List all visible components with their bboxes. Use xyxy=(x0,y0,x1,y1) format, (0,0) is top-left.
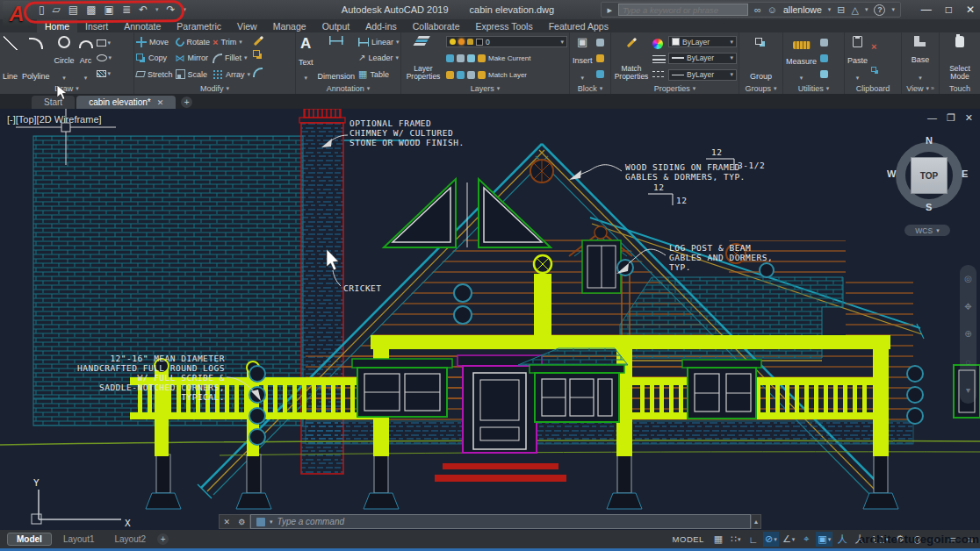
offset-button[interactable] xyxy=(253,68,264,77)
panel-label-touch[interactable]: Touch xyxy=(940,82,980,94)
save-icon[interactable]: ▤ xyxy=(68,4,78,16)
linear-button[interactable]: Linear▾ xyxy=(358,37,400,48)
model-tab[interactable]: Model xyxy=(7,533,52,546)
help-dropdown-icon[interactable]: ▾ xyxy=(891,6,895,13)
tab-addins[interactable]: Add-ins xyxy=(357,19,405,32)
new-layout-button[interactable]: + xyxy=(157,533,169,545)
make-current-button[interactable]: Make Current xyxy=(446,53,567,64)
tab-insert[interactable]: Insert xyxy=(77,19,116,32)
linetype-dropdown[interactable]: ByLayer▾ xyxy=(668,69,737,81)
new-drawing-tab-button[interactable]: + xyxy=(181,97,192,108)
copy-button[interactable]: Copy xyxy=(136,53,173,64)
tab-home[interactable]: Home xyxy=(37,19,77,32)
drawing-minimize-icon[interactable]: — xyxy=(927,112,937,124)
redo-dropdown-icon[interactable]: ▾ xyxy=(184,6,187,13)
rectangle-button[interactable]: ▾ xyxy=(97,39,112,47)
drawing-close-icon[interactable]: ✕ xyxy=(965,112,973,124)
signed-in-user[interactable]: allenlowe xyxy=(783,4,822,15)
new-file-icon[interactable]: ▯ xyxy=(39,4,45,16)
tab-output[interactable]: Output xyxy=(314,19,358,32)
line-button[interactable]: Line xyxy=(2,34,18,82)
undo-dropdown-icon[interactable]: ▾ xyxy=(155,6,159,13)
trim-button[interactable]: ×Trim▾ xyxy=(213,37,250,48)
zoom-icon[interactable]: ⊕ xyxy=(964,329,971,339)
edit-block-button[interactable] xyxy=(596,54,604,62)
search-arrow-icon[interactable]: ▸ xyxy=(607,4,612,16)
paste-button[interactable]: Paste▾ xyxy=(847,34,868,82)
print-icon[interactable]: ≣ xyxy=(122,4,131,16)
insert-block-button[interactable]: ▣Insert▾ xyxy=(572,34,594,82)
annotation-visibility-icon[interactable]: 人 xyxy=(834,532,850,547)
create-block-button[interactable] xyxy=(596,39,604,47)
lineweight-icon[interactable] xyxy=(652,55,666,63)
command-input[interactable]: ▾ Type a command xyxy=(250,514,751,529)
text-button[interactable]: AText▾ xyxy=(298,34,314,82)
undo-button[interactable]: ↶ xyxy=(139,4,148,16)
app-store-cart-icon[interactable]: ⊟ xyxy=(837,4,845,16)
graphics-performance-icon[interactable]: ▭ xyxy=(945,532,961,547)
layout1-tab[interactable]: Layout1 xyxy=(54,533,104,545)
command-dropdown-icon[interactable]: ▾ xyxy=(270,519,273,526)
move-button[interactable]: Move xyxy=(136,37,173,48)
ellipse-button[interactable]: ▾ xyxy=(97,54,112,61)
isolate-objects-icon[interactable]: ◌ xyxy=(927,532,943,547)
autoscale-icon[interactable]: 人 xyxy=(852,532,868,547)
tab-parametric[interactable]: Parametric xyxy=(169,19,229,32)
application-menu-button[interactable]: A xyxy=(3,1,31,27)
lineweight-dropdown[interactable]: ByLayer▾ xyxy=(668,53,737,64)
help-icon[interactable]: ? xyxy=(874,4,885,16)
wcs-dropdown[interactable]: WCS▾ xyxy=(904,225,950,236)
tab-view[interactable]: View xyxy=(229,19,265,32)
tab-annotate[interactable]: Annotate xyxy=(116,19,169,32)
nav-more-icon[interactable]: ▾ xyxy=(966,385,970,395)
id-point-button[interactable] xyxy=(820,70,828,78)
circle-button[interactable]: Circle▾ xyxy=(54,34,76,82)
copy-clip-button[interactable] xyxy=(871,67,879,75)
compass-south[interactable]: S xyxy=(926,202,932,212)
panel-label-groups[interactable]: Groups▾ xyxy=(739,82,782,94)
quick-select-button[interactable] xyxy=(820,39,828,47)
match-layer-button[interactable]: Match Layer xyxy=(446,69,567,81)
measure-button[interactable]: Measure▾ xyxy=(785,34,818,82)
panel-label-modify[interactable]: Modify▾ xyxy=(134,82,295,94)
layout2-tab[interactable]: Layout2 xyxy=(105,533,155,545)
model-space-canvas[interactable]: OPTIONAL FRAMED CHIMNEY W/ CULTURED STON… xyxy=(0,109,980,530)
panel-label-annotation[interactable]: Annotation▾ xyxy=(296,82,400,94)
orbit-icon[interactable]: ◌ xyxy=(966,357,971,367)
layer-properties-button[interactable]: Layer Properties xyxy=(403,34,443,82)
panel-label-utilities[interactable]: Utilities▾ xyxy=(783,82,844,94)
annotation-scale-value[interactable]: 1:1▾ xyxy=(869,532,890,547)
save-as-icon[interactable]: ▩ xyxy=(86,4,96,16)
panel-label-block[interactable]: Block▾ xyxy=(570,82,610,94)
array-button[interactable]: Array▾ xyxy=(213,68,250,80)
rotate-button[interactable]: Rotate xyxy=(176,37,211,48)
tab-manage[interactable]: Manage xyxy=(265,19,314,32)
dimension-button[interactable]: Dimension xyxy=(317,34,357,82)
search-input[interactable] xyxy=(618,4,748,16)
tab-express-tools[interactable]: Express Tools xyxy=(467,19,540,32)
viewcube[interactable]: N S W E TOP xyxy=(890,137,968,214)
drawing-restore-icon[interactable]: ❐ xyxy=(947,112,955,124)
ortho-toggle-icon[interactable]: ∟ xyxy=(746,532,761,547)
hatch-button[interactable]: ▾ xyxy=(97,70,112,77)
panel-label-clipboard[interactable]: Clipboard xyxy=(845,82,901,94)
user-dropdown-icon[interactable]: ▾ xyxy=(828,6,832,13)
leader-button[interactable]: ↗Leader▾ xyxy=(358,53,400,64)
model-space-toggle[interactable]: MODEL xyxy=(671,532,706,547)
quick-calc-button[interactable] xyxy=(820,54,828,62)
file-tab-start[interactable]: Start xyxy=(32,96,75,109)
group-button[interactable]: Group xyxy=(749,34,773,82)
compass-west[interactable]: W xyxy=(887,168,896,179)
viewcube-top-face[interactable]: TOP xyxy=(911,157,948,194)
close-command-icon[interactable]: ✕ xyxy=(224,518,231,526)
cut-button[interactable]: × xyxy=(871,42,879,52)
polar-tracking-icon[interactable]: ⊘▾ xyxy=(763,532,779,547)
panel-label-properties[interactable]: Properties▾ xyxy=(611,82,739,94)
color-dropdown[interactable]: ByLayer▾ xyxy=(668,36,737,47)
redo-button[interactable]: ↷ xyxy=(167,4,176,16)
customize-wrench-icon[interactable]: ⚙ xyxy=(238,518,245,526)
customize-status-icon[interactable]: ≡ xyxy=(962,532,978,547)
nav-wheel-icon[interactable]: ◎ xyxy=(964,274,972,283)
stretch-button[interactable]: Stretch xyxy=(136,68,173,80)
pan-icon[interactable]: ✥ xyxy=(964,302,971,311)
